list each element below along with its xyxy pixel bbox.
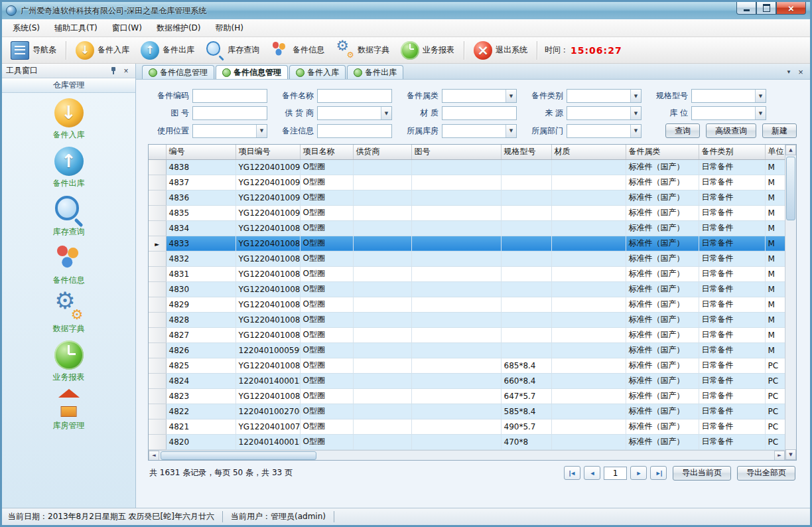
column-header[interactable]: 备件类别 xyxy=(699,145,765,159)
chevron-down-icon[interactable] xyxy=(506,90,516,102)
chevron-down-icon[interactable] xyxy=(256,125,267,137)
column-header[interactable]: 项目编号 xyxy=(236,145,300,159)
table-row[interactable]: 4825YG12204010081O型圈685*8.4标准件（国产）日常备件PC xyxy=(149,358,785,373)
menu-item-window[interactable]: 窗口(W) xyxy=(105,19,149,37)
column-header[interactable]: 备件属类 xyxy=(626,145,699,159)
column-header[interactable]: 材质 xyxy=(551,145,626,159)
maximize-button[interactable] xyxy=(756,2,776,15)
location-select[interactable] xyxy=(691,106,766,120)
export-current-page-button[interactable]: 导出当前页 xyxy=(673,466,731,481)
column-header[interactable]: 编号 xyxy=(166,145,236,159)
chevron-down-icon[interactable] xyxy=(755,107,766,119)
table-row[interactable]: 4833YG12204010088O型圈标准件（国产）日常备件M xyxy=(149,236,785,251)
last-page-button[interactable] xyxy=(650,466,667,480)
department-select[interactable] xyxy=(567,124,642,138)
chevron-down-icon[interactable] xyxy=(755,90,766,102)
warehouse-select[interactable] xyxy=(442,124,517,138)
hscroll-track[interactable] xyxy=(318,451,774,461)
tab-dropdown-icon[interactable] xyxy=(783,69,794,75)
use-position-select[interactable] xyxy=(192,124,267,138)
pin-button[interactable] xyxy=(108,66,119,76)
sidebar-item-parts-info[interactable]: 备件信息 xyxy=(29,244,109,286)
query-button[interactable]: 查询 xyxy=(665,123,700,138)
row-header-cell[interactable] xyxy=(149,404,166,419)
chevron-down-icon[interactable] xyxy=(381,107,391,119)
hscroll-thumb[interactable] xyxy=(161,451,316,460)
column-header[interactable]: 图号 xyxy=(411,145,501,159)
menu-item-aux-tools[interactable]: 辅助工具(T) xyxy=(47,19,105,37)
material-input[interactable] xyxy=(442,106,517,120)
row-header-cell[interactable] xyxy=(149,220,166,236)
horizontal-scrollbar[interactable] xyxy=(149,450,785,461)
sidebar-section-warehouse[interactable]: 仓库管理 xyxy=(2,78,135,93)
table-row[interactable]: 4829YG12204010084O型圈标准件（国产）日常备件M xyxy=(149,297,785,312)
row-header-cell[interactable] xyxy=(149,419,166,434)
tab-parts-in[interactable]: 备件入库 xyxy=(289,65,346,79)
chevron-down-icon[interactable] xyxy=(630,107,641,119)
scroll-down-icon[interactable] xyxy=(785,449,796,460)
menu-item-system[interactable]: 系统(S) xyxy=(5,19,47,37)
table-row[interactable]: 4838YG12204010093O型圈标准件（国产）日常备件M xyxy=(149,159,785,175)
column-header[interactable]: 供货商 xyxy=(353,145,411,159)
menu-item-help[interactable]: 帮助(H) xyxy=(208,19,251,37)
row-header-cell[interactable] xyxy=(149,327,166,342)
tab-close-icon[interactable] xyxy=(795,68,806,76)
chevron-down-icon[interactable] xyxy=(506,125,516,137)
table-row[interactable]: 4834YG12204010089O型圈标准件（国产）日常备件M xyxy=(149,220,785,236)
row-header-cell[interactable] xyxy=(149,312,166,327)
row-header-cell[interactable] xyxy=(149,159,166,175)
part-type-select[interactable] xyxy=(567,89,642,103)
row-header-cell[interactable] xyxy=(149,388,166,404)
close-button[interactable] xyxy=(776,2,806,15)
row-header-cell[interactable] xyxy=(149,190,166,205)
prev-page-button[interactable] xyxy=(584,466,600,480)
table-row[interactable]: 48221220401002700O型圈585*8.4标准件（国产）日常备件PC xyxy=(149,404,785,419)
row-header-cell[interactable] xyxy=(149,266,166,281)
table-row[interactable]: 4831YG12204010086O型圈标准件（国产）日常备件M xyxy=(149,266,785,281)
export-all-pages-button[interactable]: 导出全部页 xyxy=(737,466,795,481)
row-header-cell[interactable] xyxy=(149,434,166,449)
row-header-cell[interactable] xyxy=(149,358,166,373)
table-row[interactable]: 4821YG12204010079O型圈490*5.7标准件（国产）日常备件PC xyxy=(149,419,785,434)
table-row[interactable]: 4823YG12204010080O型圈647*5.7标准件（国产）日常备件PC xyxy=(149,388,785,404)
vertical-scrollbar[interactable] xyxy=(785,145,796,460)
page-number-input[interactable] xyxy=(604,467,627,480)
scroll-right-icon[interactable] xyxy=(774,451,785,461)
column-header[interactable]: 单位 xyxy=(765,145,785,159)
toolbar-button-exit[interactable]: 退出系统 xyxy=(469,39,532,62)
table-row[interactable]: 4830YG12204010085O型圈标准件（国产）日常备件M xyxy=(149,281,785,297)
column-header[interactable]: 规格型号 xyxy=(501,145,551,159)
row-header-cell[interactable] xyxy=(149,373,166,388)
tab-parts-info-manage[interactable]: 备件信息管理 xyxy=(216,65,288,79)
scroll-up-icon[interactable] xyxy=(785,145,796,155)
sidebar-item-parts-in[interactable]: 备件入库 xyxy=(29,98,109,141)
row-header-cell[interactable] xyxy=(149,175,166,190)
tab-parts-info-manage[interactable]: 备件信息管理 xyxy=(142,65,214,79)
column-header[interactable]: 项目名称 xyxy=(300,145,353,159)
part-name-input[interactable] xyxy=(317,89,392,103)
drawing-no-input[interactable] xyxy=(192,106,267,120)
toolbar-button-parts-out[interactable]: 备件出库 xyxy=(136,39,199,62)
sidebar-item-stock-query[interactable]: 库存查询 xyxy=(29,195,109,238)
sidebar-item-warehouse-manage[interactable]: 库房管理 xyxy=(29,389,109,431)
next-page-button[interactable] xyxy=(630,466,647,480)
sidebar-item-parts-out[interactable]: 备件出库 xyxy=(29,147,109,189)
row-header-cell[interactable] xyxy=(149,342,166,358)
first-page-button[interactable] xyxy=(564,466,580,480)
part-code-input[interactable] xyxy=(192,89,267,103)
toolbar-button-parts-in[interactable]: 备件入库 xyxy=(71,39,134,62)
vscroll-thumb[interactable] xyxy=(786,157,795,220)
scroll-left-icon[interactable] xyxy=(149,451,159,461)
part-category-select[interactable] xyxy=(442,89,517,103)
row-header-cell[interactable] xyxy=(149,251,166,266)
table-row[interactable]: 4827YG12204010082O型圈标准件（国产）日常备件M xyxy=(149,327,785,342)
table-row[interactable]: 4836YG12204010091O型圈标准件（国产）日常备件M xyxy=(149,190,785,205)
tool-window-close-button[interactable] xyxy=(121,66,131,76)
row-header-cell[interactable] xyxy=(149,205,166,220)
toolbar-button-report[interactable]: 业务报表 xyxy=(396,39,459,62)
table-row[interactable]: 4837YG12204010092O型圈标准件（国产）日常备件M xyxy=(149,175,785,190)
table-row[interactable]: 48241220401400012O型圈660*8.4标准件（国产）日常备件PC xyxy=(149,373,785,388)
table-row[interactable]: 48261220401000599O型圈标准件（国产）日常备件M xyxy=(149,342,785,358)
vscroll-track[interactable] xyxy=(785,222,796,449)
minimize-button[interactable] xyxy=(736,2,756,15)
